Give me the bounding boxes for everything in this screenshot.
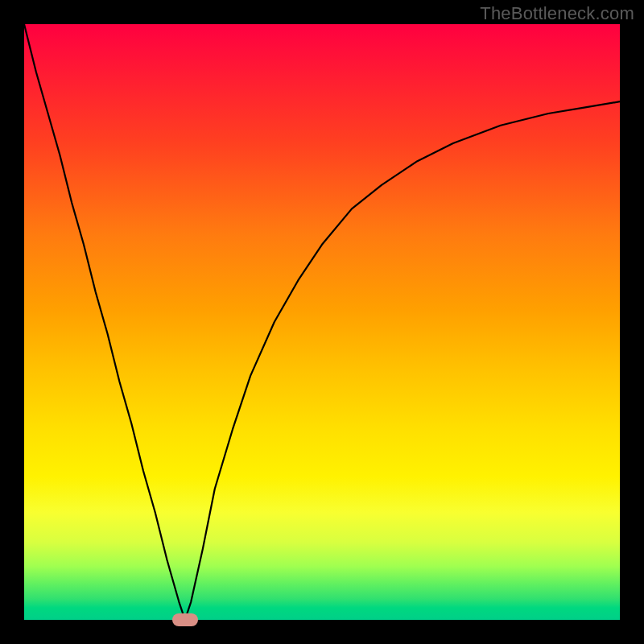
optimal-point-marker <box>172 613 198 626</box>
chart-frame: TheBottleneck.com <box>0 0 644 644</box>
bottleneck-curve <box>24 24 620 620</box>
plot-area <box>24 24 620 620</box>
watermark-text: TheBottleneck.com <box>480 3 634 24</box>
